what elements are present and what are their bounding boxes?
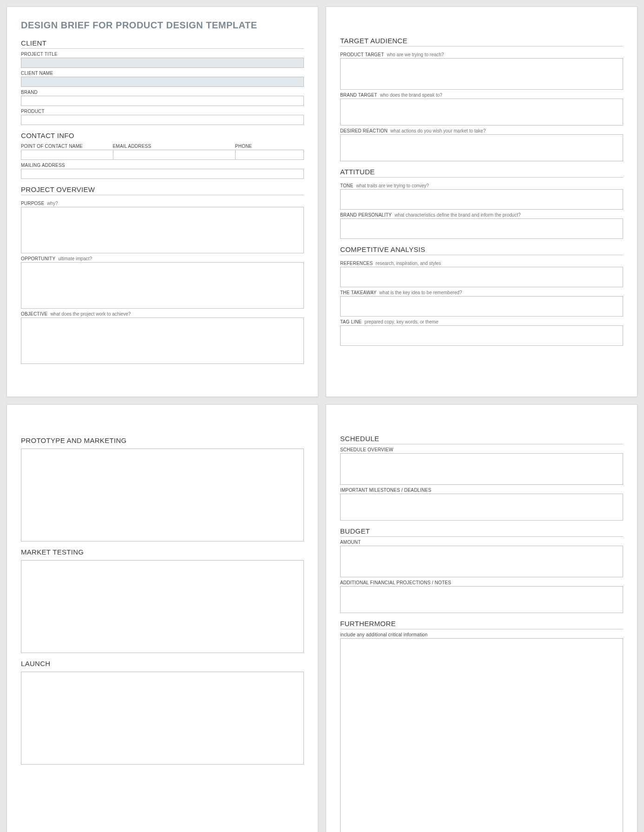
input-poc[interactable] bbox=[21, 150, 113, 160]
input-launch[interactable] bbox=[21, 672, 304, 765]
label-poc: POINT OF CONTACT NAME bbox=[21, 144, 113, 149]
section-budget: BUDGET bbox=[340, 527, 623, 537]
section-competitive: COMPETITIVE ANALYSIS bbox=[340, 245, 623, 255]
hint-product-target: who are we trying to reach? bbox=[387, 52, 444, 57]
input-tagline[interactable] bbox=[340, 325, 623, 346]
label-opportunity: OPPORTUNITY bbox=[21, 256, 55, 261]
section-market-testing: MARKET TESTING bbox=[21, 548, 304, 557]
label-tagline: TAG LINE bbox=[340, 319, 361, 324]
input-brand[interactable] bbox=[21, 96, 304, 106]
hint-purpose: why? bbox=[47, 201, 58, 206]
page-4: SCHEDULE SCHEDULE OVERVIEW IMPORTANT MIL… bbox=[326, 404, 637, 832]
hint-takeaway: what is the key idea to be remembered? bbox=[379, 290, 462, 295]
input-objective[interactable] bbox=[21, 317, 304, 364]
input-opportunity[interactable] bbox=[21, 262, 304, 309]
section-contact: CONTACT INFO bbox=[21, 132, 304, 141]
label-brand: BRAND bbox=[21, 90, 304, 95]
section-launch: LAUNCH bbox=[21, 660, 304, 669]
section-client: CLIENT bbox=[21, 39, 304, 49]
label-desired-reaction: DESIRED REACTION bbox=[340, 128, 388, 133]
section-attitude: ATTITUDE bbox=[340, 168, 623, 178]
section-audience: TARGET AUDIENCE bbox=[340, 37, 623, 46]
input-furthermore[interactable] bbox=[340, 638, 623, 832]
hint-tagline: prepared copy, key words, or theme bbox=[364, 319, 438, 324]
section-furthermore: FURTHERMORE bbox=[340, 620, 623, 629]
input-brand-target[interactable] bbox=[340, 99, 623, 125]
input-prototype[interactable] bbox=[21, 449, 304, 541]
input-client-name[interactable] bbox=[21, 77, 304, 87]
section-overview: PROJECT OVERVIEW bbox=[21, 185, 304, 195]
page-1: DESIGN BRIEF FOR PRODUCT DESIGN TEMPLATE… bbox=[7, 7, 318, 397]
input-references[interactable] bbox=[340, 267, 623, 287]
label-phone: PHONE bbox=[235, 144, 304, 149]
hint-desired-reaction: what actions do you wish your market to … bbox=[390, 128, 486, 133]
hint-furthermore: include any additional critical informat… bbox=[340, 632, 623, 637]
label-email: EMAIL ADDRESS bbox=[113, 144, 235, 149]
input-mailing[interactable] bbox=[21, 169, 304, 179]
section-prototype: PROTOTYPE AND MARKETING bbox=[21, 436, 304, 446]
label-client-name: CLIENT NAME bbox=[21, 71, 304, 76]
page-2: TARGET AUDIENCE PRODUCT TARGET who are w… bbox=[326, 7, 637, 397]
input-product-target[interactable] bbox=[340, 58, 623, 90]
hint-opportunity: ultimate impact? bbox=[58, 256, 92, 261]
label-schedule-overview: SCHEDULE OVERVIEW bbox=[340, 447, 623, 452]
input-milestones[interactable] bbox=[340, 494, 623, 521]
input-product[interactable] bbox=[21, 115, 304, 125]
label-personality: BRAND PERSONALITY bbox=[340, 212, 392, 218]
hint-tone: what traits are we trying to convey? bbox=[356, 183, 429, 188]
label-tone: TONE bbox=[340, 183, 353, 188]
label-milestones: IMPORTANT MILESTONES / DEADLINES bbox=[340, 488, 623, 493]
label-mailing: MAILING ADDRESS bbox=[21, 163, 304, 168]
input-email[interactable] bbox=[113, 150, 235, 160]
hint-personality: what characteristics define the brand an… bbox=[394, 212, 520, 218]
label-takeaway: THE TAKEAWAY bbox=[340, 290, 376, 295]
page-3: PROTOTYPE AND MARKETING MARKET TESTING L… bbox=[7, 404, 318, 832]
label-product-target: PRODUCT TARGET bbox=[340, 52, 384, 57]
input-amount[interactable] bbox=[340, 546, 623, 577]
document-pages: DESIGN BRIEF FOR PRODUCT DESIGN TEMPLATE… bbox=[7, 7, 637, 832]
input-tone[interactable] bbox=[340, 189, 623, 210]
label-product: PRODUCT bbox=[21, 109, 304, 114]
input-personality[interactable] bbox=[340, 218, 623, 239]
contact-row: POINT OF CONTACT NAME EMAIL ADDRESS PHON… bbox=[21, 141, 304, 160]
hint-brand-target: who does the brand speak to? bbox=[380, 92, 442, 98]
label-brand-target: BRAND TARGET bbox=[340, 92, 377, 98]
input-desired-reaction[interactable] bbox=[340, 134, 623, 161]
label-purpose: PURPOSE bbox=[21, 201, 44, 206]
hint-objective: what does the project work to achieve? bbox=[50, 311, 131, 317]
document-title: DESIGN BRIEF FOR PRODUCT DESIGN TEMPLATE bbox=[21, 20, 304, 31]
input-market-testing[interactable] bbox=[21, 560, 304, 653]
label-references: REFERENCES bbox=[340, 261, 373, 266]
label-project-title: PROJECT TITLE bbox=[21, 52, 304, 57]
label-amount: AMOUNT bbox=[340, 540, 623, 545]
label-financial-notes: ADDITIONAL FINANCIAL PROJECTIONS / NOTES bbox=[340, 580, 623, 585]
hint-references: research, inspiration, and styles bbox=[375, 261, 441, 266]
input-takeaway[interactable] bbox=[340, 296, 623, 317]
input-schedule-overview[interactable] bbox=[340, 453, 623, 485]
input-phone[interactable] bbox=[235, 150, 304, 160]
section-schedule: SCHEDULE bbox=[340, 435, 623, 444]
label-objective: OBJECTIVE bbox=[21, 311, 47, 317]
input-financial-notes[interactable] bbox=[340, 586, 623, 613]
input-purpose[interactable] bbox=[21, 207, 304, 253]
input-project-title[interactable] bbox=[21, 58, 304, 68]
